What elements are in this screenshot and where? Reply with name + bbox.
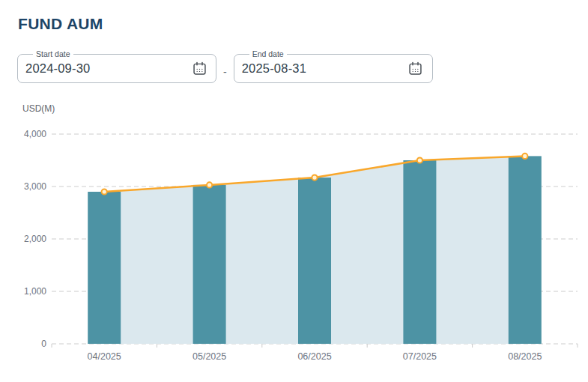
end-date-calendar-button[interactable] — [407, 59, 425, 77]
y-axis-tick-label: 3,000 — [24, 181, 46, 192]
start-date-field: Start date — [17, 49, 216, 83]
x-axis-label: 07/2025 — [403, 351, 437, 362]
calendar-icon — [407, 61, 423, 76]
x-axis-label: 04/2025 — [88, 351, 121, 362]
bar-06/2025[interactable] — [298, 178, 331, 344]
y-axis-unit-label: USD(M) — [22, 103, 55, 114]
fund-aum-chart: 01,0002,0003,0004,00004/202505/202506/20… — [0, 120, 588, 378]
y-axis-tick-label: 2,000 — [24, 234, 46, 244]
y-axis-tick-label: 4,000 — [24, 129, 46, 139]
y-axis-tick-label: 1,000 — [24, 286, 46, 297]
end-date-field: End date — [234, 49, 433, 83]
marker-07/2025[interactable] — [417, 157, 422, 163]
marker-08/2025[interactable] — [522, 154, 527, 159]
end-date-input[interactable] — [242, 61, 407, 76]
y-axis-tick-label: 0 — [41, 339, 46, 349]
bar-08/2025[interactable] — [509, 156, 542, 344]
end-date-label: End date — [249, 49, 287, 58]
bar-05/2025[interactable] — [193, 185, 226, 344]
date-range-filter: Start date - End date — [17, 49, 433, 83]
start-date-input[interactable] — [25, 61, 190, 76]
x-axis-label: 05/2025 — [193, 351, 226, 362]
marker-06/2025[interactable] — [312, 175, 317, 181]
start-date-label: Start date — [33, 49, 73, 58]
start-date-calendar-button[interactable] — [190, 59, 208, 77]
bar-07/2025[interactable] — [403, 160, 436, 344]
marker-05/2025[interactable] — [207, 182, 212, 187]
date-range-separator: - — [223, 66, 227, 78]
x-axis-label: 06/2025 — [297, 351, 331, 362]
calendar-icon — [192, 61, 207, 76]
x-axis-label: 08/2025 — [508, 351, 542, 362]
page-title: FUND AUM — [18, 15, 103, 33]
bar-04/2025[interactable] — [88, 192, 121, 344]
marker-04/2025[interactable] — [102, 189, 107, 194]
